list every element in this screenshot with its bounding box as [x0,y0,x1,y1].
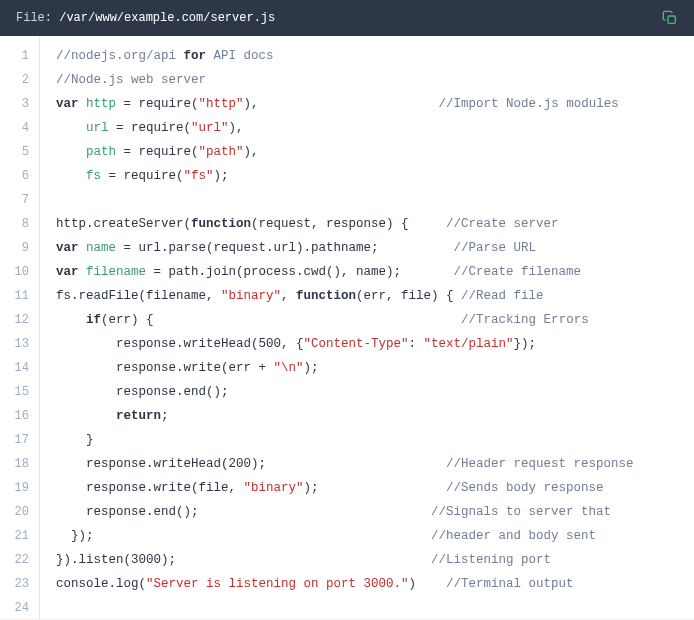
code-token: path [86,145,116,159]
code-token: ) [409,577,417,591]
code-token: }); [514,337,537,351]
line-number: 18 [8,452,29,476]
code-token [56,145,86,159]
code-token: "text/plain" [424,337,514,351]
code-token: for [184,49,207,63]
code-line: }); //header and body sent [56,524,634,548]
code-token: = require( [116,145,199,159]
code-token: "binary" [221,289,281,303]
line-number: 6 [8,164,29,188]
file-label: File: [16,11,59,25]
code-line: http.createServer(function(request, resp… [56,212,634,236]
code-line [56,188,634,212]
line-number: 4 [8,116,29,140]
code-token [409,217,447,231]
code-token: var [56,265,86,279]
line-number: 9 [8,236,29,260]
code-token: ), [229,121,244,135]
code-token: = require( [109,121,192,135]
code-line: return; [56,404,634,428]
code-token [154,313,462,327]
code-token: response.write(err + [56,361,274,375]
code-token [176,553,431,567]
code-line: } [56,428,634,452]
code-token: fs [86,169,101,183]
code-content[interactable]: //nodejs.org/api for API docs//Node.js w… [40,36,634,618]
code-token: //Signals to server that [431,505,611,519]
code-line: //Node.js web server [56,68,634,92]
file-path: /var/www/example.com/server.js [59,11,275,25]
code-token: ); [304,481,319,495]
code-token: response.writeHead(500, { [56,337,304,351]
copy-icon[interactable] [662,10,678,26]
code-line: if(err) { //Tracking Errors [56,308,634,332]
code-token [56,409,116,423]
code-token: } [56,433,94,447]
code-token: var [56,97,86,111]
code-token: function [296,289,356,303]
code-token: response.write(file, [56,481,244,495]
code-token: ; [161,409,169,423]
code-token: ), [244,145,259,159]
line-number: 20 [8,500,29,524]
line-number: 17 [8,428,29,452]
code-token: API docs [206,49,274,63]
code-token: ), [244,97,259,111]
line-number: 14 [8,356,29,380]
code-token: = require( [116,97,199,111]
code-token: = require( [101,169,184,183]
code-token: }); [56,529,94,543]
svg-rect-0 [668,16,675,23]
code-token [56,169,86,183]
code-token: //Import Node.js modules [439,97,619,111]
code-token: : [409,337,424,351]
code-token [401,265,454,279]
code-token [266,457,446,471]
code-token: //Sends body response [446,481,604,495]
code-line: response.end(); [56,380,634,404]
code-token: //Header request response [446,457,634,471]
code-token: (request, response) { [251,217,409,231]
code-token: "binary" [244,481,304,495]
code-token: http.createServer( [56,217,191,231]
code-token: //header and body sent [431,529,596,543]
code-line: console.log("Server is listening on port… [56,572,634,596]
code-token [94,529,432,543]
code-line: }).listen(3000); //Listening port [56,548,634,572]
code-token: http [86,97,116,111]
code-token: = url.parse(request.url).pathname; [116,241,379,255]
code-token: = path.join(process.cwd(), name); [146,265,401,279]
code-token: //Read file [461,289,544,303]
code-token [319,481,447,495]
code-token: "http" [199,97,244,111]
line-number: 1 [8,44,29,68]
code-line: var filename = path.join(process.cwd(), … [56,260,634,284]
code-container: 123456789101112131415161718192021222324 … [0,36,694,618]
code-line: response.writeHead(200); //Header reques… [56,452,634,476]
code-token: "fs" [184,169,214,183]
code-token [416,577,446,591]
line-number: 3 [8,92,29,116]
code-token: var [56,241,86,255]
code-token: function [191,217,251,231]
line-number: 21 [8,524,29,548]
line-number: 12 [8,308,29,332]
code-token: //Node.js web server [56,73,206,87]
code-line: var name = url.parse(request.url).pathna… [56,236,634,260]
line-number: 16 [8,404,29,428]
code-token: //nodejs.org/api [56,49,184,63]
line-number-gutter: 123456789101112131415161718192021222324 [0,36,40,618]
line-number: 15 [8,380,29,404]
code-token: }).listen(3000); [56,553,176,567]
code-token [56,313,86,327]
code-token: url [86,121,109,135]
code-line [56,596,634,618]
code-line: url = require("url"), [56,116,634,140]
code-token: "url" [191,121,229,135]
code-token: filename [86,265,146,279]
code-token: (err) { [101,313,154,327]
code-line: var http = require("http"), //Import Nod… [56,92,634,116]
line-number: 13 [8,332,29,356]
code-token: "path" [199,145,244,159]
code-token: ); [304,361,319,375]
